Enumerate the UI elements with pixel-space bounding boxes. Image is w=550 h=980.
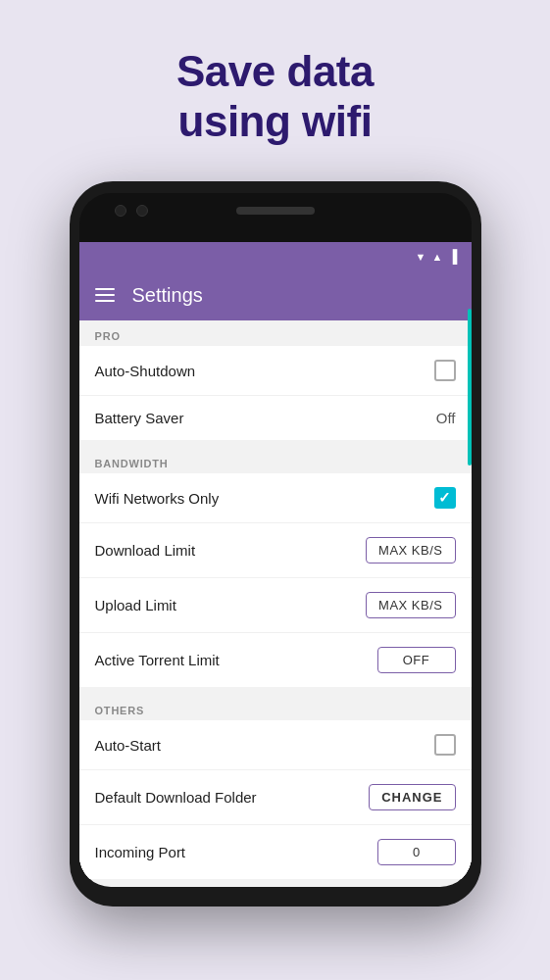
wifi-icon: [416, 249, 426, 264]
auto-start-checkbox[interactable]: [434, 734, 456, 756]
section-header-others: OTHERS: [79, 695, 472, 720]
hamburger-line-1: [95, 288, 115, 290]
section-bandwidth: Wifi Networks Only ✓ Download Limit MAX …: [79, 473, 472, 687]
row-active-torrent[interactable]: Active Torrent Limit OFF: [79, 633, 472, 687]
hamburger-line-2: [95, 294, 115, 296]
upload-limit-button[interactable]: MAX KB/S: [366, 592, 455, 618]
scrollbar[interactable]: [468, 309, 472, 466]
section-pro: Auto-Shutdown Battery Saver Off: [79, 346, 472, 440]
row-download-limit[interactable]: Download Limit MAX KB/S: [79, 523, 472, 578]
download-limit-label: Download Limit: [95, 542, 196, 559]
signal-icon: [431, 249, 442, 264]
camera-dots: [115, 205, 148, 217]
section-header-pro: PRO: [79, 320, 472, 346]
row-incoming-port[interactable]: Incoming Port 0: [79, 825, 472, 879]
row-wifi-networks[interactable]: Wifi Networks Only ✓: [79, 473, 472, 523]
row-auto-shutdown[interactable]: Auto-Shutdown: [79, 346, 472, 396]
active-torrent-button[interactable]: OFF: [377, 647, 456, 673]
incoming-port-value[interactable]: 0: [377, 839, 456, 865]
battery-icon: [448, 249, 457, 264]
hero-text: Save data using wifi: [176, 47, 374, 146]
active-torrent-label: Active Torrent Limit: [95, 652, 220, 668]
camera-dot-left: [115, 205, 126, 217]
download-folder-label: Default Download Folder: [95, 789, 257, 806]
app-bar: Settings: [79, 270, 472, 320]
download-limit-button[interactable]: MAX KB/S: [366, 537, 455, 564]
section-header-bandwidth: BANDWIDTH: [79, 448, 472, 473]
change-folder-button[interactable]: CHANGE: [369, 784, 455, 810]
hamburger-line-3: [95, 300, 115, 302]
auto-shutdown-label: Auto-Shutdown: [95, 363, 196, 379]
hamburger-icon[interactable]: [95, 288, 115, 302]
hero-line2: using wifi: [176, 97, 374, 147]
battery-saver-label: Battery Saver: [95, 410, 184, 426]
row-upload-limit[interactable]: Upload Limit MAX KB/S: [79, 578, 472, 633]
settings-content: PRO Auto-Shutdown Battery Saver Off BAND…: [79, 320, 472, 879]
hero-line1: Save data: [176, 47, 374, 97]
upload-limit-label: Upload Limit: [95, 597, 176, 613]
phone-mockup: Settings PRO Auto-Shutdown Battery Saver…: [70, 181, 481, 906]
phone-screen: Settings PRO Auto-Shutdown Battery Saver…: [79, 242, 472, 887]
camera-dot-right: [136, 205, 148, 217]
auto-start-label: Auto-Start: [95, 737, 162, 754]
incoming-port-label: Incoming Port: [95, 844, 186, 860]
section-others: Auto-Start Default Download Folder CHANG…: [79, 720, 472, 879]
status-bar: [79, 242, 472, 270]
app-title: Settings: [132, 284, 203, 307]
battery-saver-value: Off: [436, 410, 456, 426]
phone-speaker: [236, 207, 315, 215]
row-download-folder[interactable]: Default Download Folder CHANGE: [79, 770, 472, 825]
phone-frame: Settings PRO Auto-Shutdown Battery Saver…: [70, 181, 481, 906]
row-auto-start[interactable]: Auto-Start: [79, 720, 472, 770]
row-battery-saver[interactable]: Battery Saver Off: [79, 396, 472, 440]
wifi-networks-checkbox[interactable]: ✓: [434, 487, 456, 509]
phone-top-bar: [79, 193, 472, 242]
wifi-networks-label: Wifi Networks Only: [95, 490, 220, 507]
auto-shutdown-checkbox[interactable]: [434, 360, 456, 381]
